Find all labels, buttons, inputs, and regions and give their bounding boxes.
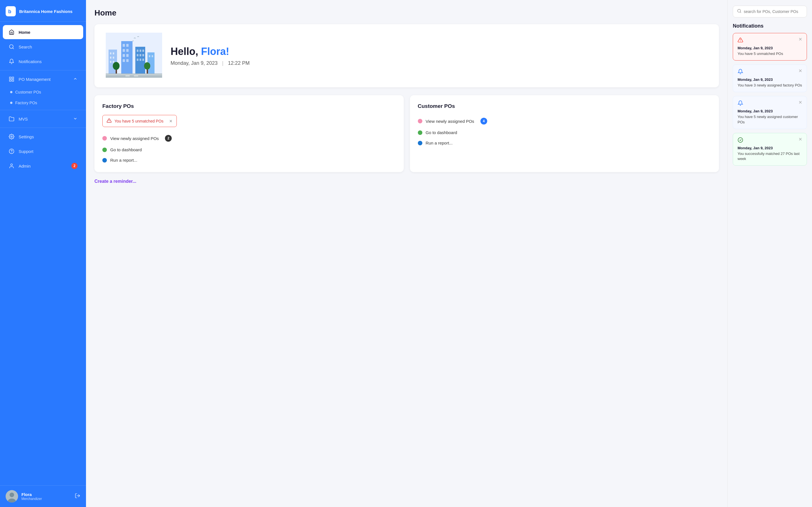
search-box[interactable] [733, 6, 807, 17]
sidebar-item-mvs[interactable]: MVS [3, 112, 83, 126]
alert-triangle-icon [738, 37, 743, 44]
sidebar-item-po-management[interactable]: PO Management [3, 72, 83, 86]
logout-icon[interactable] [75, 493, 80, 500]
mvs-label: MVS [18, 117, 28, 121]
notification-date: Monday, Jan 9, 2023 [738, 46, 802, 50]
sidebar-item-factory-pos[interactable]: Factory POs [0, 98, 86, 108]
hero-banner: Hello, Flora! Monday, Jan 9, 2023 | 12:2… [94, 24, 719, 87]
datetime-separator: | [222, 60, 223, 66]
notification-1: ✕ Monday, Jan 9, 2023 You have 5 unmatch… [733, 33, 807, 61]
notification-2: ✕ Monday, Jan 9, 2023 You have 3 newly a… [733, 64, 807, 92]
svg-rect-19 [110, 57, 111, 59]
svg-rect-46 [106, 74, 162, 75]
notification-text: You have 5 newly assigned customer POs [738, 114, 802, 124]
svg-rect-41 [142, 59, 144, 61]
sidebar-item-label: Home [18, 30, 31, 35]
svg-rect-29 [126, 54, 129, 57]
sidebar-header: b Britannica Home Fashions [0, 0, 86, 22]
action-count-badge: 4 [480, 118, 487, 124]
alert-close-button[interactable]: ✕ [169, 119, 172, 123]
customer-run-report[interactable]: Run a report... [418, 138, 711, 148]
svg-rect-39 [137, 59, 139, 61]
svg-point-59 [738, 137, 743, 142]
svg-rect-22 [113, 61, 114, 63]
factory-po-card: Factory POs You have 5 unmatched POs ✕ V… [94, 95, 404, 172]
notification-close-button[interactable]: ✕ [799, 69, 802, 73]
create-reminder-link[interactable]: Create a reminder... [94, 179, 137, 184]
notification-close-button[interactable]: ✕ [799, 137, 802, 142]
svg-text:b: b [8, 9, 11, 14]
settings-label: Settings [18, 134, 34, 139]
search-input[interactable] [744, 9, 803, 14]
notification-3: ✕ Monday, Jan 9, 2023 You have 5 newly a… [733, 96, 807, 129]
svg-point-50 [144, 62, 150, 69]
svg-rect-37 [140, 54, 141, 56]
sidebar-item-customer-pos[interactable]: Customer POs [0, 87, 86, 98]
sidebar-po-management-label: PO Management [18, 77, 50, 82]
customer-view-newly-assigned[interactable]: View newly assigned POs 4 [418, 115, 711, 127]
hero-date: Monday, Jan 9, 2023 [170, 60, 218, 66]
svg-rect-33 [137, 50, 139, 52]
sidebar-navigation: Home Search Notifications [0, 22, 86, 485]
action-label: View newly assigned POs [426, 119, 474, 124]
admin-badge: 2 [71, 163, 78, 169]
hero-time: 12:22 PM [228, 60, 250, 66]
main-content: Home [86, 0, 727, 507]
bell-icon [8, 58, 15, 64]
alert-triangle-icon [107, 118, 112, 124]
svg-rect-6 [12, 80, 14, 81]
greeting-name: Flora! [201, 46, 229, 57]
svg-rect-4 [12, 77, 14, 79]
hero-text: Hello, Flora! Monday, Jan 9, 2023 | 12:2… [170, 46, 708, 66]
sidebar-item-search[interactable]: Search [3, 40, 83, 54]
city-illustration [106, 33, 162, 79]
svg-rect-34 [140, 50, 141, 52]
svg-rect-31 [126, 59, 129, 62]
sub-dot [10, 102, 12, 104]
action-label: Run a report... [426, 140, 453, 145]
customer-po-title: Customer POs [418, 103, 711, 109]
notification-close-button[interactable]: ✕ [799, 37, 802, 42]
sidebar-item-settings[interactable]: Settings [3, 129, 83, 144]
svg-rect-43 [149, 55, 150, 57]
svg-rect-38 [142, 54, 144, 56]
folder-icon [8, 116, 15, 122]
user-role: Merchandizer [21, 497, 71, 501]
po-cards: Factory POs You have 5 unmatched POs ✕ V… [94, 95, 719, 172]
factory-go-to-dashboard[interactable]: Go to dashboard [102, 145, 396, 155]
svg-rect-26 [123, 49, 125, 52]
factory-alert-text: You have 5 unmatched POs [114, 119, 163, 123]
avatar [6, 490, 18, 503]
action-label: View newly assigned POs [110, 136, 159, 141]
factory-pos-label: Factory POs [15, 101, 37, 105]
admin-label: Admin [18, 164, 31, 168]
bell-icon [738, 100, 743, 107]
pink-dot [418, 119, 422, 123]
sidebar-item-label: Search [18, 45, 32, 49]
factory-po-title: Factory POs [102, 103, 396, 109]
svg-rect-20 [113, 57, 114, 59]
factory-view-newly-assigned[interactable]: View newly assigned POs 2 [102, 132, 396, 145]
customer-go-to-dashboard[interactable]: Go to dashboard [418, 127, 711, 138]
factory-run-report[interactable]: Run a report... [102, 155, 396, 165]
svg-rect-30 [123, 59, 125, 62]
sidebar-item-notifications[interactable]: Notifications [3, 54, 83, 68]
svg-rect-35 [142, 50, 144, 52]
notification-close-button[interactable]: ✕ [799, 100, 802, 105]
svg-point-10 [11, 164, 13, 166]
action-label: Run a report... [110, 158, 137, 163]
main-area: Home [86, 0, 727, 507]
svg-rect-52 [134, 75, 138, 76]
sidebar-item-admin[interactable]: Admin 2 [3, 159, 83, 173]
svg-rect-25 [126, 44, 129, 47]
sidebar-item-support[interactable]: Support [3, 144, 83, 158]
chevron-down-icon [73, 116, 78, 122]
green-dot [102, 148, 107, 152]
notification-date: Monday, Jan 9, 2023 [738, 109, 802, 113]
svg-rect-51 [125, 75, 130, 76]
sidebar-item-home[interactable]: Home [3, 25, 83, 39]
svg-rect-27 [126, 49, 129, 52]
greeting-prefix: Hello, [170, 46, 201, 57]
svg-point-48 [113, 62, 119, 70]
factory-po-alert: You have 5 unmatched POs ✕ [102, 115, 177, 127]
